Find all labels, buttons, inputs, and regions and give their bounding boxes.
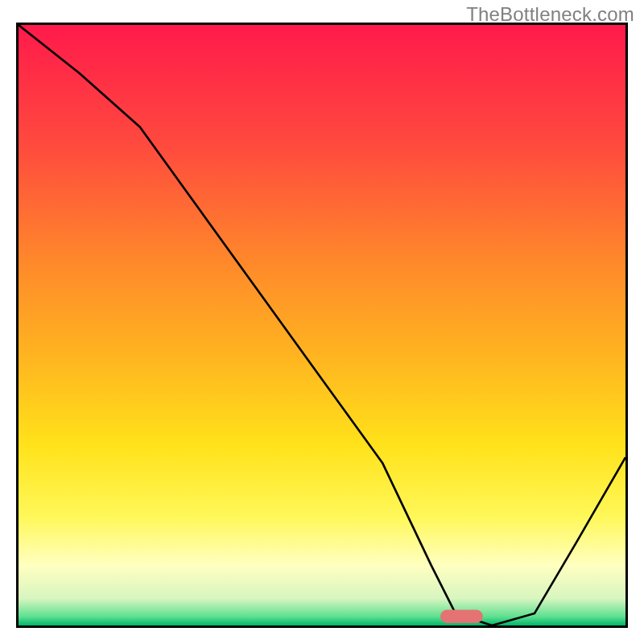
chart-stage: TheBottleneck.com [0, 0, 644, 644]
background-gradient [19, 25, 625, 625]
svg-rect-0 [19, 25, 625, 625]
plot-area [16, 23, 628, 628]
watermark-text: TheBottleneck.com [466, 3, 634, 26]
